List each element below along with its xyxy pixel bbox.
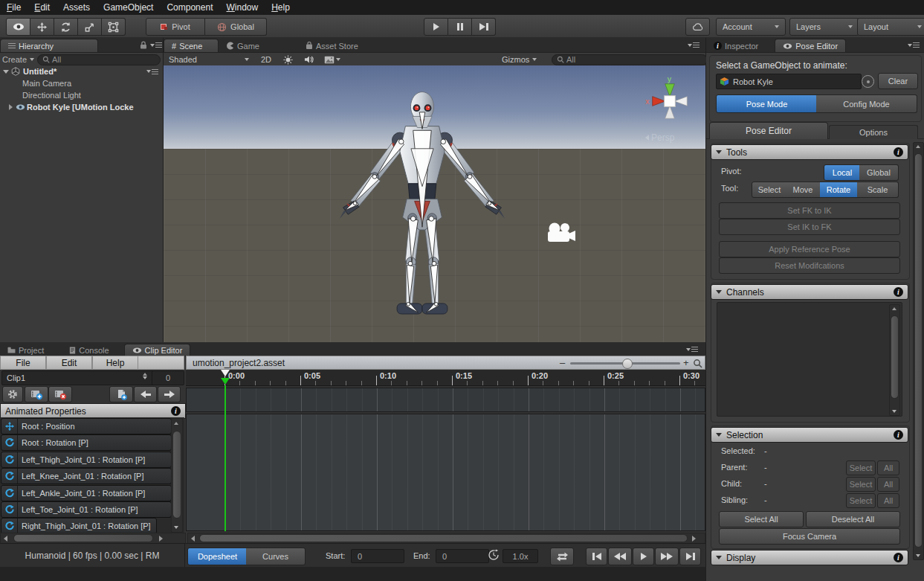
panel-menu-icon[interactable] [150,42,162,48]
menu-window[interactable]: Window [219,1,265,14]
reset-modifications-button[interactable]: Reset Modifcations [719,257,900,274]
expander-icon[interactable] [9,104,13,110]
apply-reference-pose-button[interactable]: Apply Reference Pose [719,241,900,257]
scroll-left-icon[interactable] [191,536,195,542]
child-select-button[interactable]: Select [846,477,876,492]
scrollbar-thumb[interactable] [199,534,688,542]
pose-editor-tab[interactable]: Pose Editor [775,39,846,52]
play-button[interactable] [424,18,448,36]
property-row[interactable]: Left_Ankle_Joint_01 : Rotation [P] [1,485,172,501]
scroll-up-icon[interactable] [174,422,178,425]
sibling-select-button[interactable]: Select [846,493,876,508]
create-dropdown[interactable]: Create [2,55,34,64]
game-tab[interactable]: Game [219,39,267,52]
frame-field[interactable]: 0 [152,370,184,385]
gizmos-dropdown[interactable]: Gizmos [502,55,537,64]
scene-orientation-gizmo[interactable]: y x [643,74,697,128]
panel-menu-icon[interactable] [908,42,920,48]
persp-label[interactable]: Persp [645,132,674,143]
properties-scrollbar[interactable] [171,418,183,533]
pose-mode-button[interactable]: Pose Mode [716,94,818,113]
zoom-slider-thumb[interactable] [622,359,633,369]
menu-file[interactable]: File [0,1,28,14]
inspector-tab[interactable]: i Inspector [706,39,766,52]
info-icon[interactable]: i [894,287,903,297]
scrollbar-thumb[interactable] [914,153,923,548]
menu-gameobject[interactable]: GameObject [97,1,160,14]
scene-menu-icon[interactable] [146,69,158,74]
dopesheet-tab-button[interactable]: Dopesheet [187,548,248,565]
end-field[interactable]: 0 [436,549,489,563]
clock-icon[interactable] [488,549,500,561]
scroll-down-icon[interactable] [174,526,178,529]
playback-speed-field[interactable]: 1.0x [503,549,538,563]
delete-clip-button[interactable] [48,386,72,402]
scene-tab[interactable]: # Scene [164,39,219,52]
zoom-out-icon[interactable]: – [560,357,565,368]
menu-edit[interactable]: Edit [28,1,56,14]
menu-component[interactable]: Component [160,1,219,14]
camera-gizmo-icon[interactable] [546,222,577,245]
tools-section-header[interactable]: Tools i [711,144,908,160]
tool-rotate-button[interactable]: Rotate [820,182,858,198]
scene-viewport[interactable]: y x Persp [164,65,705,342]
property-row[interactable]: Left_Toe_Joint_01 : Rotation [P] [1,501,172,518]
selection-section-header[interactable]: Selection i [711,427,908,443]
panel-menu-icon[interactable] [688,42,700,48]
menu-assets[interactable]: Assets [56,1,97,14]
pivot-toggle-button[interactable]: Pivot [146,18,205,36]
properties-hscrollbar[interactable] [0,533,186,544]
next-key-button[interactable] [158,386,181,402]
scroll-right-icon[interactable] [159,536,163,542]
display-section-header[interactable]: Display i [711,550,908,565]
hierarchy-item-robot-kyle[interactable]: Robot Kyle [UMotion Locke [9,101,163,113]
asset-store-tab[interactable]: Asset Store [298,39,366,52]
property-row[interactable]: Left_Knee_Joint_01 : Rotation [P] [1,468,172,484]
collab-cloud-button[interactable] [685,18,710,36]
deselect-all-button[interactable]: Deselect All [806,511,900,527]
panel-menu-icon[interactable] [686,347,698,352]
add-keyframe-button[interactable] [109,386,133,402]
layers-dropdown[interactable]: Layers [789,18,859,36]
set-ik-to-fk-button[interactable]: Set IK to FK [719,219,900,235]
skip-to-end-button[interactable] [679,548,701,565]
child-all-button[interactable]: All [877,477,899,492]
scroll-left-icon[interactable] [4,536,7,542]
tool-scale-button[interactable]: Scale [857,182,899,198]
scene-search-input[interactable]: All [552,54,708,65]
master-track-row[interactable] [186,388,705,412]
set-fk-to-ik-button[interactable]: Set FK to IK [719,202,900,219]
effects-dropdown[interactable] [321,56,343,64]
scroll-up-icon[interactable] [892,307,896,310]
robot-kyle-model[interactable] [338,76,506,336]
prev-key-button[interactable] [134,386,157,402]
zoom-in-icon[interactable]: + [683,357,689,368]
lighting-toggle-button[interactable] [280,55,296,65]
scrollbar-thumb[interactable] [13,534,153,542]
curves-tab-button[interactable]: Curves [246,548,306,565]
channels-list[interactable] [717,302,902,417]
hierarchy-item-directional-light[interactable]: Directional Light [22,89,81,101]
info-icon[interactable]: i [894,147,903,157]
subtab-pose-editor[interactable]: Pose Editor [709,122,828,139]
start-field[interactable]: 0 [351,549,404,563]
info-icon[interactable]: i [171,406,181,416]
scale-tool-button[interactable] [78,18,102,36]
fast-forward-button[interactable] [655,548,679,565]
search-icon[interactable] [693,359,702,368]
tool-move-button[interactable]: Move [786,182,821,198]
global-toggle-button[interactable]: Global [205,18,267,36]
hierarchy-tab[interactable]: Hierarchy [0,39,98,52]
project-tab[interactable]: Project [0,344,51,356]
hierarchy-item-main-camera[interactable]: Main Camera [22,77,71,89]
channels-section-header[interactable]: Channels i [711,284,908,300]
property-row[interactable]: Root : Position [1,418,172,434]
foldout-open-icon[interactable] [3,70,9,74]
loop-toggle-button[interactable] [550,548,574,565]
property-row[interactable]: Right_Thigh_Joint_01 : Rotation [P] [1,518,157,534]
console-tab[interactable]: Console [62,344,116,356]
select-all-button[interactable]: Select All [719,511,804,527]
clip-editor-tab[interactable]: Clip Editor [124,344,191,356]
rotate-tool-button[interactable] [54,18,78,36]
focus-camera-button[interactable]: Focus Camera [719,528,900,545]
